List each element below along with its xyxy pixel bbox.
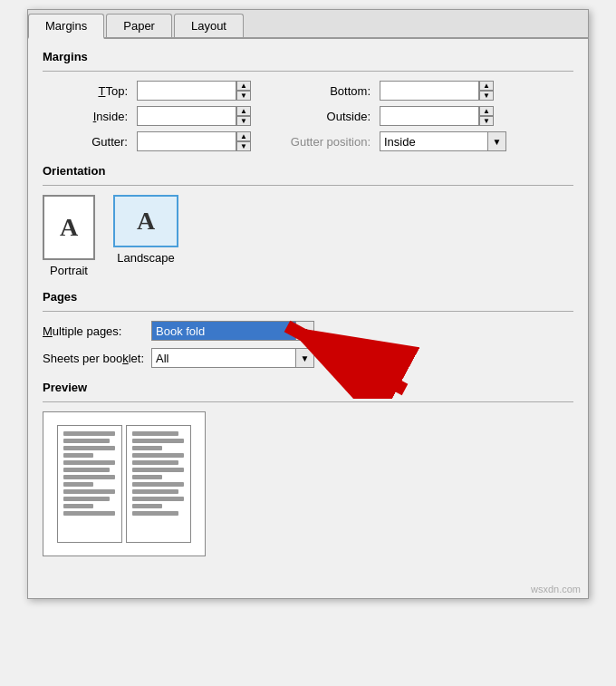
bottom-spinbox[interactable]: 1" ▲ ▼ xyxy=(380,81,525,101)
line xyxy=(132,460,178,465)
gutter-spin-down[interactable]: ▼ xyxy=(236,141,251,151)
gutter-position-label: Gutter position: xyxy=(285,135,376,149)
outside-input[interactable]: 1" xyxy=(380,106,479,126)
landscape-icon: A xyxy=(113,195,178,247)
outside-spin-up[interactable]: ▲ xyxy=(479,106,494,116)
gutter-position-select-container[interactable]: Inside Left ▼ xyxy=(380,131,543,151)
orientation-options: A Portrait A Landscape xyxy=(43,195,573,277)
preview-box xyxy=(43,411,206,556)
inside-spinbox[interactable]: 1" ▲ ▼ xyxy=(137,106,282,126)
multiple-pages-label: Multiple pages: xyxy=(43,324,151,338)
outside-spinbox[interactable]: 1" ▲ ▼ xyxy=(380,106,525,126)
outside-spin-down[interactable]: ▼ xyxy=(479,116,494,126)
tab-bar: Margins Paper Layout xyxy=(28,10,588,39)
sheets-per-booklet-label: Sheets per booklet: xyxy=(43,352,151,365)
gutter-input[interactable]: 0" xyxy=(137,131,236,151)
bottom-spin-up[interactable]: ▲ xyxy=(479,81,494,91)
preview-section: Preview xyxy=(43,381,573,556)
line xyxy=(132,453,184,458)
gutter-position-dropdown-arrow[interactable]: ▼ xyxy=(488,131,506,151)
tab-margins[interactable]: Margins xyxy=(28,14,104,39)
orientation-section: Orientation A Portrait A Landscape xyxy=(43,164,573,277)
landscape-letter: A xyxy=(137,207,155,236)
inside-input[interactable]: 1" xyxy=(137,106,236,126)
landscape-option[interactable]: A Landscape xyxy=(113,195,178,277)
page-setup-dialog: Margins Paper Layout Margins TTop: 1" xyxy=(27,9,589,599)
line xyxy=(132,482,184,487)
top-spin-down[interactable]: ▼ xyxy=(236,91,251,101)
top-spin-up[interactable]: ▲ xyxy=(236,81,251,91)
gutter-spinbox[interactable]: 0" ▲ ▼ xyxy=(137,131,282,151)
pages-section: Pages Multiple pages: Normal Mirror marg… xyxy=(43,290,573,368)
top-input[interactable]: 1" xyxy=(137,81,236,101)
margins-grid: TTop: 1" ▲ ▼ Bottom: 1" ▲ xyxy=(43,81,573,151)
landscape-label: Landscape xyxy=(117,251,175,265)
book-right-page xyxy=(126,425,191,543)
line xyxy=(132,475,162,479)
top-spinbox[interactable]: 1" ▲ ▼ xyxy=(137,81,282,101)
sheets-per-booklet-dropdown-arrow[interactable]: ▼ xyxy=(296,348,314,368)
gutter-spin-up[interactable]: ▲ xyxy=(236,131,251,141)
line xyxy=(132,504,162,508)
top-label: TTop: xyxy=(43,84,133,98)
portrait-option[interactable]: A Portrait xyxy=(43,195,95,277)
line xyxy=(132,439,184,443)
margins-section-title: Margins xyxy=(43,50,573,63)
multiple-pages-select-container[interactable]: Normal Mirror margins 2 pages per sheet … xyxy=(151,321,314,341)
line xyxy=(63,497,110,501)
outside-spin-buttons: ▲ ▼ xyxy=(479,106,494,126)
line xyxy=(132,511,178,516)
line xyxy=(63,482,93,487)
portrait-icon: A xyxy=(43,195,95,260)
sheets-per-booklet-select[interactable]: All 1 2 xyxy=(151,348,296,368)
bottom-label: Bottom: xyxy=(285,84,376,98)
tab-layout[interactable]: Layout xyxy=(174,14,244,37)
bottom-spin-down[interactable]: ▼ xyxy=(479,91,494,101)
line xyxy=(63,511,115,516)
portrait-label: Portrait xyxy=(50,264,88,277)
line xyxy=(63,460,115,465)
orientation-section-title: Orientation xyxy=(43,164,573,178)
line xyxy=(63,453,93,458)
line xyxy=(63,489,115,494)
line xyxy=(132,468,184,472)
pages-section-title: Pages xyxy=(43,290,573,304)
line xyxy=(63,439,110,443)
margins-section: Margins TTop: 1" ▲ ▼ Bottom: xyxy=(43,50,573,151)
dialog-content: Margins TTop: 1" ▲ ▼ Bottom: xyxy=(28,39,588,580)
bottom-input[interactable]: 1" xyxy=(380,81,479,101)
line xyxy=(63,431,115,436)
line xyxy=(63,468,110,472)
line xyxy=(132,489,178,494)
inside-spin-down[interactable]: ▼ xyxy=(236,116,251,126)
inside-spin-up[interactable]: ▲ xyxy=(236,106,251,116)
bottom-spin-buttons: ▲ ▼ xyxy=(479,81,494,101)
top-spin-buttons: ▲ ▼ xyxy=(236,81,251,101)
watermark: wsxdn.com xyxy=(28,580,588,598)
inside-spin-buttons: ▲ ▼ xyxy=(236,106,251,126)
portrait-letter: A xyxy=(60,213,78,242)
line xyxy=(132,497,184,501)
gutter-spin-buttons: ▲ ▼ xyxy=(236,131,251,151)
preview-section-title: Preview xyxy=(43,381,573,394)
multiple-pages-dropdown-arrow[interactable]: ▼ xyxy=(296,321,314,341)
sheets-per-booklet-select-container[interactable]: All 1 2 ▼ xyxy=(151,348,314,368)
line xyxy=(63,504,93,508)
line xyxy=(63,475,115,479)
gutter-position-select[interactable]: Inside Left xyxy=(380,131,488,151)
gutter-label: Gutter: xyxy=(43,135,133,149)
line xyxy=(132,431,178,436)
outside-label: Outside: xyxy=(285,110,376,123)
line xyxy=(63,446,115,450)
pages-form: Multiple pages: Normal Mirror margins 2 … xyxy=(43,321,573,368)
tab-paper[interactable]: Paper xyxy=(106,14,172,37)
line xyxy=(132,446,162,450)
inside-label: Inside: xyxy=(43,110,133,123)
book-left-page xyxy=(57,425,122,543)
multiple-pages-select[interactable]: Normal Mirror margins 2 pages per sheet … xyxy=(151,321,296,341)
